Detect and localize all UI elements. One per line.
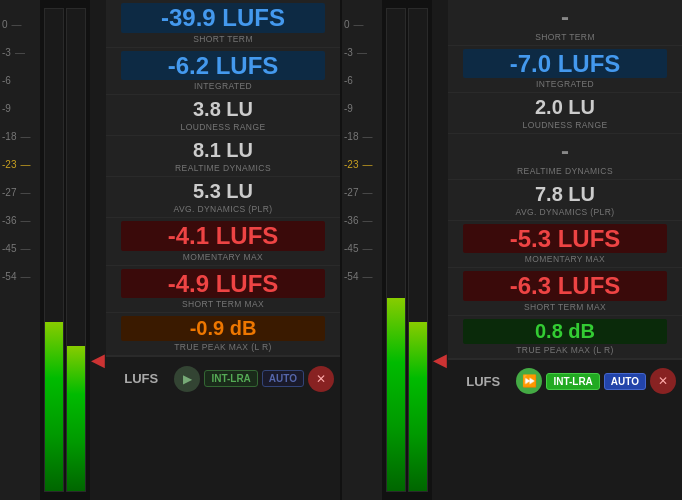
- right-bar-L: [386, 8, 406, 492]
- left-momentary-max-value: -4.1 LUFS: [121, 221, 324, 251]
- left-loudness-range-block: 3.8 LU LOUDNESS RANGE: [106, 95, 340, 136]
- right-realtime-block: - REALTIME DYNAMICS: [448, 134, 682, 180]
- left-short-term-block: -39.9 LUFS SHORT TERM: [106, 0, 340, 48]
- right-scale-neg6: -6: [344, 66, 382, 94]
- right-scale-neg3: -3—: [344, 38, 382, 66]
- right-momentary-max-value: -5.3 LUFS: [463, 224, 666, 254]
- scale-neg36: -36—: [2, 206, 40, 234]
- right-scale-neg45: -45—: [344, 234, 382, 262]
- left-momentary-max-block: -4.1 LUFS MOMENTARY MAX: [106, 218, 340, 266]
- right-loudness-range-block: 2.0 LU LOUDNESS RANGE: [448, 93, 682, 134]
- right-bar-R-fill: [409, 322, 427, 491]
- left-meter-bars: [40, 0, 90, 500]
- right-momentary-max-block: -5.3 LUFS MOMENTARY MAX: [448, 221, 682, 269]
- right-scale-neg27: -27—: [344, 178, 382, 206]
- right-readings: - SHORT TERM -7.0 LUFS INTEGRATED 2.0 LU…: [448, 0, 682, 500]
- right-short-term-label: SHORT TERM: [535, 32, 595, 42]
- left-true-peak-label: TRUE PEAK MAX (L R): [174, 342, 272, 352]
- left-short-term-max-label: SHORT TERM MAX: [182, 299, 264, 309]
- left-integrated-block: -6.2 LUFS INTEGRATED: [106, 48, 340, 96]
- right-scale-neg18: -18—: [344, 122, 382, 150]
- right-scale: 0— -3— -6 -9 -18— -23— -27— -36— -45— -5…: [342, 0, 382, 500]
- left-loudness-range-label: LOUDNESS RANGE: [181, 122, 266, 132]
- left-arrow-col: ◀: [90, 0, 106, 500]
- right-true-peak-value: 0.8 dB: [463, 319, 666, 344]
- left-channel: 0— -3— -6 -9 -18— -23— -27— -36— -45— -5…: [0, 0, 340, 500]
- right-scale-0: 0—: [344, 10, 382, 38]
- right-meter-bars: [382, 0, 432, 500]
- scale-neg27: -27—: [2, 178, 40, 206]
- right-realtime-value: -: [561, 137, 569, 165]
- left-integrated-value: -6.2 LUFS: [121, 51, 324, 81]
- scale-neg23: -23—: [2, 150, 40, 178]
- left-momentary-max-label: MOMENTARY MAX: [183, 252, 263, 262]
- right-bottom-controls: LUFS ⏩ INT-LRA AUTO ✕: [448, 359, 682, 403]
- right-short-term-block: - SHORT TERM: [448, 0, 682, 46]
- right-avg-dynamics-label: AVG. DYNAMICS (PLR): [515, 207, 614, 217]
- scale-neg45: -45—: [2, 234, 40, 262]
- left-close-button[interactable]: ✕: [308, 366, 334, 392]
- left-short-term-label: SHORT TERM: [193, 34, 253, 44]
- right-avg-dynamics-block: 7.8 LU AVG. DYNAMICS (PLR): [448, 180, 682, 221]
- scale-neg6: -6: [2, 66, 40, 94]
- left-bar-L: [44, 8, 64, 492]
- left-bar-R: [66, 8, 86, 492]
- right-auto-button[interactable]: AUTO: [604, 373, 646, 390]
- left-true-peak-block: -0.9 dB TRUE PEAK MAX (L R): [106, 313, 340, 356]
- right-momentary-max-label: MOMENTARY MAX: [525, 254, 605, 264]
- left-auto-button[interactable]: AUTO: [262, 370, 304, 387]
- left-realtime-label: REALTIME DYNAMICS: [175, 163, 271, 173]
- scale-neg18: -18—: [2, 122, 40, 150]
- left-avg-dynamics-block: 5.3 LU AVG. DYNAMICS (PLR): [106, 177, 340, 218]
- left-lufs-label: LUFS: [112, 371, 170, 386]
- right-realtime-label: REALTIME DYNAMICS: [517, 166, 613, 176]
- right-true-peak-label: TRUE PEAK MAX (L R): [516, 345, 614, 355]
- left-realtime-value: 8.1 LU: [193, 139, 253, 162]
- left-play-button[interactable]: ▶: [174, 366, 200, 392]
- left-short-term-max-block: -4.9 LUFS SHORT TERM MAX: [106, 266, 340, 314]
- scale-neg9: -9: [2, 94, 40, 122]
- right-scale-neg36: -36—: [344, 206, 382, 234]
- right-integrated-block: -7.0 LUFS INTEGRATED: [448, 46, 682, 94]
- right-loudness-range-value: 2.0 LU: [535, 96, 595, 119]
- left-loudness-range-value: 3.8 LU: [193, 98, 253, 121]
- right-loudness-range-label: LOUDNESS RANGE: [523, 120, 608, 130]
- right-scale-neg9: -9: [344, 94, 382, 122]
- left-bar-R-fill: [67, 346, 85, 491]
- right-arrow-col: ◀: [432, 0, 448, 500]
- right-short-term-value: -: [561, 3, 569, 31]
- left-scale: 0— -3— -6 -9 -18— -23— -27— -36— -45— -5…: [0, 0, 40, 500]
- right-bar-L-fill: [387, 298, 405, 491]
- right-scale-neg23: -23—: [344, 150, 382, 178]
- right-bar-R: [408, 8, 428, 492]
- left-short-term-value: -39.9 LUFS: [121, 3, 324, 33]
- right-scale-neg54: -54—: [344, 262, 382, 290]
- right-true-peak-block: 0.8 dB TRUE PEAK MAX (L R): [448, 316, 682, 359]
- right-playhead-arrow: ◀: [433, 349, 447, 371]
- right-integrated-label: INTEGRATED: [536, 79, 594, 89]
- main-layout: 0— -3— -6 -9 -18— -23— -27— -36— -45— -5…: [0, 0, 682, 500]
- right-avg-dynamics-value: 7.8 LU: [535, 183, 595, 206]
- right-short-term-max-block: -6.3 LUFS SHORT TERM MAX: [448, 268, 682, 316]
- left-int-lra-button[interactable]: INT-LRA: [204, 370, 257, 387]
- left-avg-dynamics-value: 5.3 LU: [193, 180, 253, 203]
- scale-0: 0—: [2, 10, 40, 38]
- right-integrated-value: -7.0 LUFS: [463, 49, 666, 79]
- right-close-button[interactable]: ✕: [650, 368, 676, 394]
- left-true-peak-value: -0.9 dB: [121, 316, 324, 341]
- right-play-button[interactable]: ⏩: [516, 368, 542, 394]
- left-playhead-arrow: ◀: [91, 349, 105, 371]
- scale-neg54: -54—: [2, 262, 40, 290]
- left-realtime-block: 8.1 LU REALTIME DYNAMICS: [106, 136, 340, 177]
- left-avg-dynamics-label: AVG. DYNAMICS (PLR): [173, 204, 272, 214]
- right-short-term-max-value: -6.3 LUFS: [463, 271, 666, 301]
- left-bottom-controls: LUFS ▶ INT-LRA AUTO ✕: [106, 356, 340, 400]
- left-integrated-label: INTEGRATED: [194, 81, 252, 91]
- right-channel: 0— -3— -6 -9 -18— -23— -27— -36— -45— -5…: [342, 0, 682, 500]
- left-bar-L-fill: [45, 322, 63, 491]
- right-short-term-max-label: SHORT TERM MAX: [524, 302, 606, 312]
- left-short-term-max-value: -4.9 LUFS: [121, 269, 324, 299]
- right-int-lra-button[interactable]: INT-LRA: [546, 373, 599, 390]
- scale-neg3: -3—: [2, 38, 40, 66]
- right-lufs-label: LUFS: [454, 374, 512, 389]
